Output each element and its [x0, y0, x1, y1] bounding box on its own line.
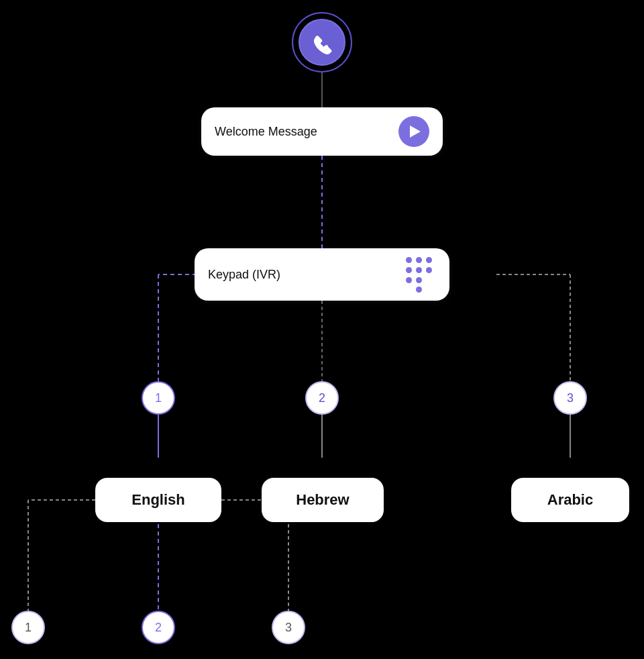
english-card[interactable]: English	[95, 478, 221, 522]
arabic-card[interactable]: Arabic	[511, 478, 629, 522]
dot-7	[406, 277, 412, 283]
branch-number-2: 2	[305, 381, 339, 415]
dot-8	[416, 277, 422, 283]
phone-outer-ring	[292, 12, 352, 72]
english-sub-2-label: 2	[155, 621, 162, 635]
keypad-icon	[405, 256, 432, 293]
english-sub-1-label: 1	[25, 621, 32, 635]
hebrew-card[interactable]: Hebrew	[262, 478, 384, 522]
dot-6	[426, 267, 432, 273]
branch-number-3: 3	[553, 381, 587, 415]
branch-number-1-label: 1	[155, 391, 162, 405]
hebrew-label: Hebrew	[296, 491, 349, 509]
english-label: English	[131, 491, 184, 509]
keypad-label: Keypad (IVR)	[208, 268, 280, 282]
arabic-label: Arabic	[547, 491, 593, 509]
english-sub-3-label: 3	[285, 621, 292, 635]
branch-number-3-label: 3	[567, 391, 574, 405]
play-icon	[410, 125, 421, 138]
play-button[interactable]	[398, 116, 429, 147]
dot-2	[416, 257, 422, 263]
phone-node	[292, 12, 352, 72]
diagram-container: Welcome Message Keypad (IVR) 1 2 3 Engli	[0, 0, 644, 659]
welcome-message-label: Welcome Message	[215, 125, 317, 139]
dot-1	[406, 257, 412, 263]
keypad-ivr-card[interactable]: Keypad (IVR)	[195, 248, 449, 301]
english-sub-2: 2	[142, 611, 175, 644]
dot-4	[406, 267, 412, 273]
dot-3	[426, 257, 432, 263]
english-sub-1: 1	[11, 611, 45, 644]
branch-number-2-label: 2	[319, 391, 325, 405]
dot-9	[416, 287, 422, 293]
welcome-message-card[interactable]: Welcome Message	[201, 107, 443, 156]
branch-number-1: 1	[142, 381, 175, 415]
dot-5	[416, 267, 422, 273]
english-sub-3: 3	[272, 611, 305, 644]
connector-lines	[0, 0, 644, 659]
